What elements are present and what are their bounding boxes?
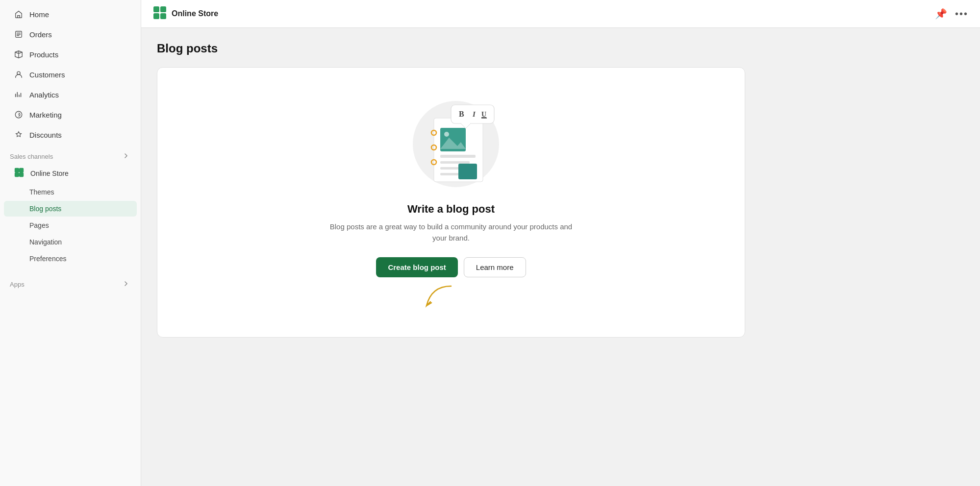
sidebar-item-home[interactable]: Home xyxy=(4,4,137,24)
svg-rect-20 xyxy=(440,161,470,164)
sidebar-sub-item-navigation[interactable]: Navigation xyxy=(4,234,137,250)
customers-icon xyxy=(14,70,24,79)
more-options-icon[interactable]: ••• xyxy=(955,8,968,20)
svg-rect-11 xyxy=(160,13,166,19)
home-icon xyxy=(14,9,24,19)
marketing-icon xyxy=(14,110,24,120)
svg-rect-19 xyxy=(440,155,476,158)
svg-point-3 xyxy=(18,114,19,115)
empty-state-heading: Write a blog post xyxy=(407,203,495,216)
page-content: Blog posts xyxy=(141,28,980,486)
sidebar-sub-item-preferences[interactable]: Preferences xyxy=(4,251,137,267)
blog-post-illustration: B I U xyxy=(402,91,500,189)
topbar-left: Online Store xyxy=(153,6,218,22)
topbar-title: Online Store xyxy=(172,9,218,18)
sidebar-item-discounts[interactable]: Discounts xyxy=(4,125,137,145)
topbar-actions: 📌 ••• xyxy=(935,8,968,20)
svg-rect-7 xyxy=(19,172,24,177)
svg-rect-6 xyxy=(15,172,19,177)
sidebar-sub-item-themes[interactable]: Themes xyxy=(4,184,137,200)
learn-more-button[interactable]: Learn more xyxy=(464,257,526,277)
svg-rect-4 xyxy=(15,168,19,172)
create-blog-post-button[interactable]: Create blog post xyxy=(376,257,457,277)
apps-section: Apps xyxy=(0,273,141,291)
products-icon xyxy=(14,49,24,59)
sidebar: Home Orders Products xyxy=(0,0,141,486)
sales-channels-chevron[interactable] xyxy=(122,152,131,161)
sidebar-item-products[interactable]: Products xyxy=(4,45,137,64)
online-store-icon xyxy=(14,167,25,179)
page-title: Blog posts xyxy=(157,42,964,55)
sidebar-item-customers[interactable]: Customers xyxy=(4,65,137,84)
svg-point-18 xyxy=(444,132,449,137)
sidebar-item-orders[interactable]: Orders xyxy=(4,24,137,44)
analytics-icon xyxy=(14,90,24,99)
sales-channels-section: Sales channels xyxy=(0,145,141,163)
arrow-decoration xyxy=(422,281,480,317)
svg-rect-5 xyxy=(19,168,24,172)
apps-chevron[interactable] xyxy=(122,280,131,289)
main-content: Online Store 📌 ••• Blog posts xyxy=(141,0,980,486)
sidebar-item-online-store[interactable]: Online Store xyxy=(4,163,137,183)
orders-icon xyxy=(14,29,24,39)
svg-rect-10 xyxy=(153,13,159,19)
blog-posts-empty-state-card: B I U Write a blog post Blog posts are a… xyxy=(157,67,745,338)
svg-text:I: I xyxy=(472,110,476,118)
svg-text:B: B xyxy=(459,110,464,118)
svg-rect-23 xyxy=(458,164,477,179)
discounts-icon xyxy=(14,130,24,140)
svg-rect-8 xyxy=(153,6,159,12)
topbar: Online Store 📌 ••• xyxy=(141,0,980,28)
sidebar-sub-item-blog-posts[interactable]: Blog posts xyxy=(4,201,137,217)
sidebar-item-analytics[interactable]: Analytics xyxy=(4,85,137,104)
empty-state-description: Blog posts are a great way to build a co… xyxy=(324,221,578,243)
online-store-logo xyxy=(153,6,167,22)
sidebar-item-marketing[interactable]: Marketing xyxy=(4,105,137,124)
card-actions: Create blog post Learn more xyxy=(376,257,526,277)
svg-rect-9 xyxy=(160,6,166,12)
sidebar-sub-item-pages[interactable]: Pages xyxy=(4,218,137,233)
pin-icon[interactable]: 📌 xyxy=(935,8,947,20)
svg-text:U: U xyxy=(481,111,486,118)
